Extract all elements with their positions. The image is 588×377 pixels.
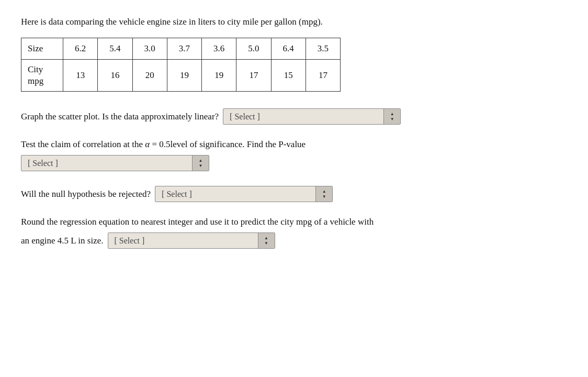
city-val-4: 19 (167, 60, 201, 92)
q4-text-line1: Round the regression equation to nearest… (21, 217, 567, 227)
city-label: City mpg (21, 60, 63, 92)
q1-line: Graph the scatter plot. Is the data appr… (21, 108, 567, 125)
q3-line: Will the null hypothesis be rejected? [ … (21, 186, 567, 202)
city-val-2: 16 (98, 60, 132, 92)
size-val-1: 6.2 (63, 38, 98, 60)
city-val-7: 15 (271, 60, 306, 92)
intro-text: Here is data comparing the vehicle engin… (21, 17, 567, 27)
city-val-6: 17 (236, 60, 271, 92)
q3-select[interactable]: [ Select ] Yes No (155, 186, 332, 202)
city-val-3: 20 (132, 60, 167, 92)
q1-block: Graph the scatter plot. Is the data appr… (21, 108, 567, 125)
q3-text: Will the null hypothesis be rejected? (21, 189, 151, 199)
city-val-1: 13 (63, 60, 98, 92)
size-val-5: 3.6 (202, 38, 236, 60)
city-val-8: 17 (306, 60, 340, 92)
q2-block: Test the claim of correlation at the α =… (21, 139, 567, 171)
city-val-5: 19 (202, 60, 236, 92)
size-val-3: 3.0 (132, 38, 167, 60)
q2-text: Test the claim of correlation at the α =… (21, 139, 567, 150)
q2-select[interactable]: [ Select ] 0.001 0.01 0.05 0.1 (21, 156, 209, 171)
q1-select-wrapper[interactable]: [ Select ] Yes No (223, 108, 401, 125)
size-val-4: 3.7 (167, 38, 201, 60)
q1-text: Graph the scatter plot. Is the data appr… (21, 112, 219, 122)
data-table: Size 6.2 5.4 3.0 3.7 3.6 5.0 6.4 3.5 Cit… (21, 38, 341, 92)
alpha-symbol: α (145, 139, 152, 149)
q4-select-wrapper[interactable]: [ Select ] 18 19 20 21 (108, 232, 275, 249)
page-container: Here is data comparing the vehicle engin… (0, 0, 588, 377)
size-val-2: 5.4 (98, 38, 132, 60)
q4-text-line2: an engine 4.5 L in size. (21, 236, 104, 246)
size-val-6: 5.0 (236, 38, 271, 60)
q3-block: Will the null hypothesis be rejected? [ … (21, 186, 567, 202)
q4-block: Round the regression equation to nearest… (21, 217, 567, 249)
size-label: Size (21, 38, 63, 60)
q1-select[interactable]: [ Select ] Yes No (223, 109, 400, 124)
size-val-8: 3.5 (306, 38, 340, 60)
q2-select-wrapper[interactable]: [ Select ] 0.001 0.01 0.05 0.1 (21, 155, 209, 171)
q3-select-wrapper[interactable]: [ Select ] Yes No (155, 186, 333, 202)
size-val-7: 6.4 (271, 38, 306, 60)
q4-select[interactable]: [ Select ] 18 19 20 21 (108, 233, 275, 248)
